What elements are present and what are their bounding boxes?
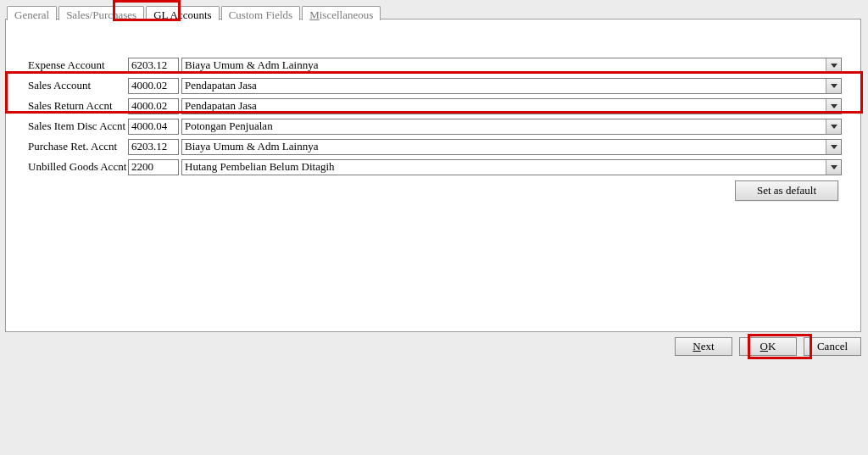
chevron-down-icon[interactable] bbox=[826, 79, 841, 93]
chevron-down-icon[interactable] bbox=[826, 99, 841, 114]
tab-custom-fields[interactable]: Custom Fields bbox=[221, 6, 301, 20]
chevron-down-icon[interactable] bbox=[826, 140, 841, 154]
select-sales-return-desc-text: Pendapatan Jasa bbox=[185, 99, 257, 113]
select-sales-disc-desc[interactable]: Potongan Penjualan bbox=[181, 119, 842, 135]
gl-accounts-panel: Expense Account Biaya Umum & Adm Lainnya… bbox=[5, 19, 861, 332]
next-hotkey: N bbox=[693, 340, 700, 352]
select-expense-desc[interactable]: Biaya Umum & Adm Lainnya bbox=[181, 58, 842, 74]
select-sales-return-desc[interactable]: Pendapatan Jasa bbox=[181, 98, 842, 114]
form-area: Expense Account Biaya Umum & Adm Lainnya… bbox=[28, 55, 842, 177]
next-button[interactable]: Next bbox=[675, 337, 732, 356]
row-sales-return-account: Sales Return Accnt Pendapatan Jasa bbox=[28, 96, 842, 116]
row-unbilled-goods-account: Unbilled Goods Accnt Hutang Pembelian Be… bbox=[28, 157, 842, 177]
input-purchase-ret-code[interactable] bbox=[128, 139, 179, 155]
select-purchase-ret-desc-text: Biaya Umum & Adm Lainnya bbox=[185, 140, 318, 153]
label-sales-return-account: Sales Return Accnt bbox=[28, 99, 128, 113]
chevron-down-icon[interactable] bbox=[826, 160, 841, 175]
tab-general[interactable]: General bbox=[7, 6, 57, 20]
tab-gl-suffix: Accounts bbox=[168, 8, 212, 21]
tab-gl-prefix: G bbox=[153, 8, 161, 21]
svg-marker-1 bbox=[831, 84, 837, 88]
tab-gl-hotkey: L bbox=[162, 8, 168, 21]
dialog-button-row: Next OK Cancel bbox=[675, 337, 861, 356]
select-unbilled-desc[interactable]: Hutang Pembelian Belum Ditagih bbox=[181, 159, 842, 175]
select-sales-disc-desc-text: Potongan Penjualan bbox=[185, 119, 273, 133]
ok-suffix: K bbox=[768, 340, 776, 352]
label-expense-account: Expense Account bbox=[28, 58, 128, 72]
label-purchase-ret-account: Purchase Ret. Accnt bbox=[28, 140, 128, 153]
ok-button[interactable]: OK bbox=[739, 337, 797, 356]
cancel-button[interactable]: Cancel bbox=[804, 337, 861, 356]
tab-miscellaneous[interactable]: Miscellaneous bbox=[302, 6, 381, 20]
select-expense-desc-text: Biaya Umum & Adm Lainnya bbox=[185, 58, 318, 72]
svg-marker-5 bbox=[831, 165, 837, 169]
input-expense-code[interactable] bbox=[128, 58, 179, 74]
select-purchase-ret-desc[interactable]: Biaya Umum & Adm Lainnya bbox=[181, 139, 842, 155]
svg-marker-0 bbox=[831, 64, 837, 68]
tab-misc-suffix: iscellaneous bbox=[320, 8, 374, 21]
chevron-down-icon[interactable] bbox=[826, 119, 841, 134]
row-purchase-ret-account: Purchase Ret. Accnt Biaya Umum & Adm Lai… bbox=[28, 136, 842, 157]
label-unbilled-goods-account: Unbilled Goods Accnt bbox=[28, 160, 128, 174]
label-sales-account: Sales Account bbox=[28, 79, 128, 92]
label-sales-item-disc-account: Sales Item Disc Accnt bbox=[28, 119, 128, 133]
tab-gl-accounts[interactable]: GL Accounts bbox=[146, 6, 220, 20]
svg-marker-3 bbox=[831, 125, 837, 129]
chevron-down-icon[interactable] bbox=[826, 58, 841, 73]
next-suffix: ext bbox=[701, 340, 715, 352]
input-sales-disc-code[interactable] bbox=[128, 119, 179, 135]
input-unbilled-code[interactable] bbox=[128, 159, 179, 175]
set-as-default-button[interactable]: Set as default bbox=[735, 180, 838, 201]
select-sales-desc-text: Pendapatan Jasa bbox=[185, 79, 257, 92]
svg-marker-2 bbox=[831, 104, 837, 108]
row-sales-item-disc-account: Sales Item Disc Accnt Potongan Penjualan bbox=[28, 116, 842, 136]
tab-misc-hotkey: M bbox=[309, 8, 320, 21]
select-unbilled-desc-text: Hutang Pembelian Belum Ditagih bbox=[185, 160, 335, 174]
tab-strip: General Sales/Purchases GL Accounts Cust… bbox=[7, 3, 381, 19]
gl-accounts-screen: General Sales/Purchases GL Accounts Cust… bbox=[0, 0, 868, 455]
row-expense-account: Expense Account Biaya Umum & Adm Lainnya bbox=[28, 55, 842, 75]
input-sales-code[interactable] bbox=[128, 78, 179, 94]
row-sales-account: Sales Account Pendapatan Jasa bbox=[28, 75, 842, 96]
svg-marker-4 bbox=[831, 145, 837, 149]
select-sales-desc[interactable]: Pendapatan Jasa bbox=[181, 78, 842, 94]
input-sales-return-code[interactable] bbox=[128, 98, 179, 114]
ok-hotkey: O bbox=[760, 340, 768, 352]
tab-sales-purchases[interactable]: Sales/Purchases bbox=[58, 6, 144, 20]
